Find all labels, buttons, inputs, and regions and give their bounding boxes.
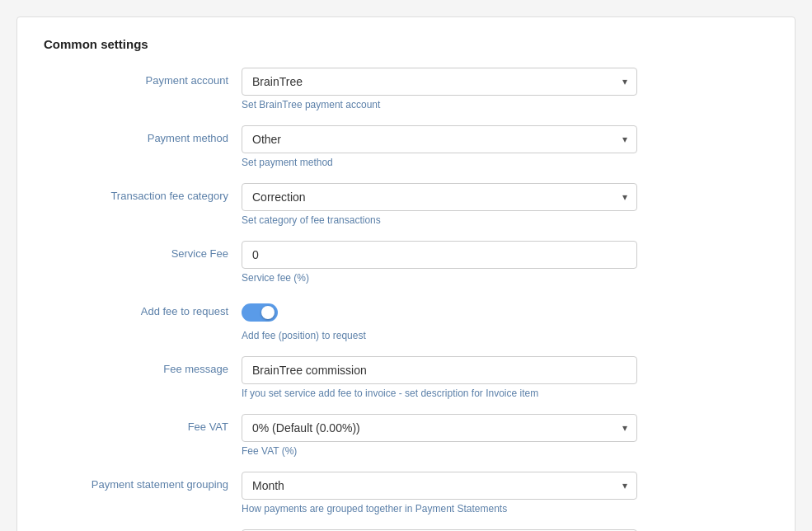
payment-account-hint: Set BrainTree payment account [242, 99, 768, 110]
fee-vat-select[interactable]: 0% (Default (0.00%)) [242, 414, 637, 442]
transaction-fee-category-label: Transaction fee category [44, 183, 242, 202]
fee-vat-select-wrapper[interactable]: 0% (Default (0.00%)) ▾ [242, 414, 637, 442]
payment-method-select[interactable]: Other [242, 125, 637, 153]
add-fee-field: Add fee (position) to request [242, 298, 768, 341]
settings-card: Common settings Payment account BrainTre… [16, 16, 796, 531]
payment-method-hint: Set payment method [242, 157, 768, 168]
payment-statement-grouping-select-wrapper[interactable]: Month ▾ [242, 472, 637, 500]
payment-account-select[interactable]: BrainTree [242, 68, 637, 96]
fee-message-label: Fee message [44, 356, 242, 375]
add-fee-toggle[interactable] [242, 303, 278, 322]
payment-method-field: Other ▾ Set payment method [242, 125, 768, 168]
fee-vat-field: 0% (Default (0.00%)) ▾ Fee VAT (%) [242, 414, 768, 457]
payment-statement-grouping-label: Payment statement grouping [44, 472, 242, 491]
payment-account-row: Payment account BrainTree ▾ Set BrainTre… [44, 68, 768, 110]
fee-message-hint: If you set service add fee to invoice - … [242, 388, 768, 399]
fee-message-field: If you set service add fee to invoice - … [242, 356, 768, 399]
service-fee-hint: Service fee (%) [242, 272, 768, 284]
fee-vat-hint: Fee VAT (%) [242, 445, 768, 457]
service-fee-label: Service Fee [44, 241, 242, 260]
service-fee-row: Service Fee Service fee (%) [44, 241, 768, 284]
payment-account-select-wrapper[interactable]: BrainTree ▾ [242, 68, 637, 96]
fee-message-row: Fee message If you set service add fee t… [44, 356, 768, 399]
add-fee-toggle-wrapper [242, 298, 768, 327]
payment-method-row: Payment method Other ▾ Set payment metho… [44, 125, 768, 168]
add-fee-label: Add fee to request [44, 298, 242, 317]
card-title: Common settings [44, 37, 768, 51]
transaction-fee-category-hint: Set category of fee transactions [242, 214, 768, 226]
fee-vat-row: Fee VAT 0% (Default (0.00%)) ▾ Fee VAT (… [44, 414, 768, 457]
payment-method-label: Payment method [44, 125, 242, 144]
add-fee-hint: Add fee (position) to request [242, 330, 768, 341]
transaction-fee-category-select[interactable]: Correction [242, 183, 637, 211]
fee-vat-label: Fee VAT [44, 414, 242, 433]
transaction-fee-category-select-wrapper[interactable]: Correction ▾ [242, 183, 637, 211]
payment-statement-grouping-select[interactable]: Month [242, 472, 637, 500]
payment-statement-grouping-field: Month ▾ How payments are grouped togethe… [242, 472, 768, 515]
payment-statement-grouping-row: Payment statement grouping Month ▾ How p… [44, 472, 768, 515]
payment-account-label: Payment account [44, 68, 242, 87]
service-fee-input[interactable] [242, 241, 637, 269]
transaction-fee-category-row: Transaction fee category Correction ▾ Se… [44, 183, 768, 226]
toggle-thumb [261, 306, 275, 319]
payment-account-field: BrainTree ▾ Set BrainTree payment accoun… [242, 68, 768, 110]
transaction-fee-category-field: Correction ▾ Set category of fee transac… [242, 183, 768, 226]
payment-method-select-wrapper[interactable]: Other ▾ [242, 125, 637, 153]
fee-message-input[interactable] [242, 356, 637, 384]
payment-statement-grouping-hint: How payments are grouped together in Pay… [242, 503, 768, 515]
service-fee-field: Service fee (%) [242, 241, 768, 284]
add-fee-row: Add fee to request Add fee (position) to… [44, 298, 768, 341]
